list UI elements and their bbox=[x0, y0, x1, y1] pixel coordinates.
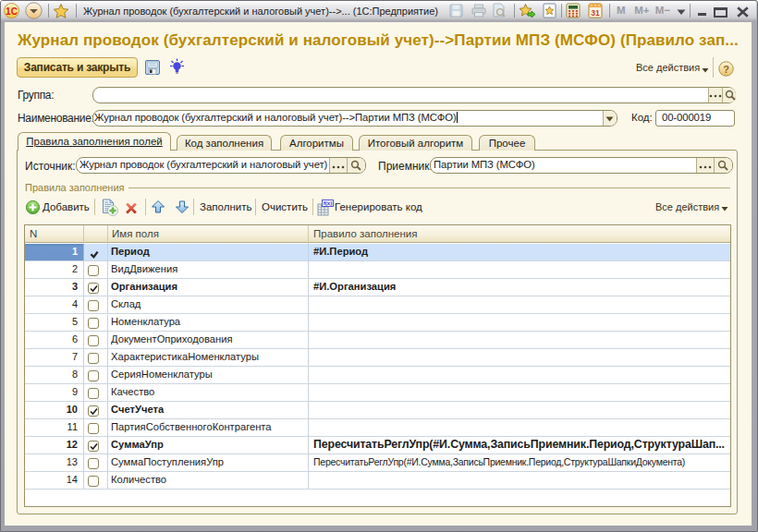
svg-text:?: ? bbox=[723, 64, 729, 75]
svg-text:1С: 1С bbox=[6, 6, 18, 17]
svg-text:31: 31 bbox=[591, 8, 600, 18]
svg-text:f(x): f(x) bbox=[324, 200, 333, 206]
